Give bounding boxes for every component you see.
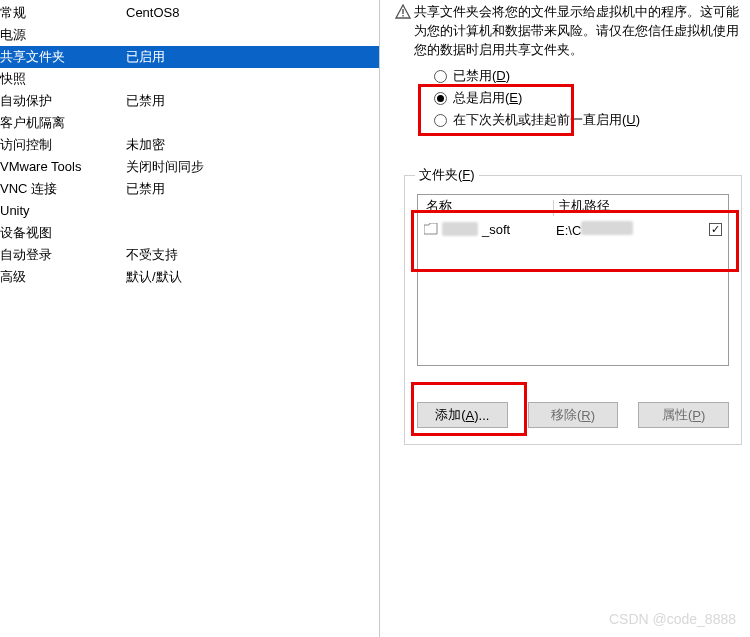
nav-label: 客户机隔离 (0, 112, 126, 134)
nav-value: 已启用 (126, 46, 379, 68)
nav-item-shared-folders[interactable]: 共享文件夹 已启用 (0, 46, 379, 68)
info-row: 共享文件夹会将您的文件显示给虚拟机中的程序。这可能为您的计算机和数据带来风险。请… (394, 0, 750, 59)
watermark: CSDN @code_8888 (609, 611, 736, 627)
folder-buttons: 添加(A)... 移除(R) 属性(P) (417, 402, 729, 428)
folder-name-cell: _soft (418, 222, 552, 237)
nav-label: 自动登录 (0, 244, 126, 266)
svg-rect-0 (402, 9, 403, 14)
remove-button[interactable]: 移除(R) (528, 402, 619, 428)
folder-path-cell: E:\C ✓ (552, 221, 728, 238)
warning-icon (394, 2, 412, 20)
nav-item-access-control[interactable]: 访问控制 未加密 (0, 134, 379, 156)
nav-item-guest-isolation[interactable]: 客户机隔离 (0, 112, 379, 134)
nav-label: 自动保护 (0, 90, 126, 112)
nav-item-auto-login[interactable]: 自动登录 不受支持 (0, 244, 379, 266)
nav-label: 电源 (0, 24, 126, 46)
nav-label: 快照 (0, 68, 126, 90)
nav-value: 已禁用 (126, 178, 379, 200)
enable-mode-radio-group: 已禁用(D) 总是启用(E) 在下次关机或挂起前一直启用(U) (434, 65, 750, 131)
radio-always-enabled[interactable]: 总是启用(E) (434, 87, 750, 109)
nav-item-vnc[interactable]: VNC 连接 已禁用 (0, 178, 379, 200)
nav-label: 常规 (0, 2, 126, 24)
radio-disabled[interactable]: 已禁用(D) (434, 65, 750, 87)
nav-item-autoprotect[interactable]: 自动保护 已禁用 (0, 90, 379, 112)
nav-label: 共享文件夹 (0, 46, 126, 68)
folder-list[interactable]: 名称 主机路径 _soft E:\C ✓ (417, 194, 729, 366)
nav-label: VNC 连接 (0, 178, 126, 200)
nav-item-unity[interactable]: Unity (0, 200, 379, 222)
radio-icon (434, 70, 447, 83)
nav-value: 关闭时间同步 (126, 156, 379, 178)
settings-nav-panel: 常规 CentOS8 电源 共享文件夹 已启用 快照 自动保护 已禁用 客户机隔… (0, 0, 380, 637)
nav-value: 不受支持 (126, 244, 379, 266)
folder-icon (424, 223, 438, 235)
nav-item-device-view[interactable]: 设备视图 (0, 222, 379, 244)
radio-label: 总是启用(E) (453, 89, 522, 107)
nav-item-general[interactable]: 常规 CentOS8 (0, 2, 379, 24)
nav-value: 未加密 (126, 134, 379, 156)
shared-folder-settings-panel: 共享文件夹会将您的文件显示给虚拟机中的程序。这可能为您的计算机和数据带来风险。请… (394, 0, 750, 637)
redacted-text (442, 222, 478, 236)
fieldset-legend: 文件夹(F) (415, 166, 479, 184)
nav-label: VMware Tools (0, 156, 126, 178)
radio-icon (434, 114, 447, 127)
radio-icon (434, 92, 447, 105)
enabled-checkbox[interactable]: ✓ (709, 223, 722, 236)
radio-label: 在下次关机或挂起前一直启用(U) (453, 111, 640, 129)
column-name[interactable]: 名称 (418, 197, 554, 215)
nav-item-power[interactable]: 电源 (0, 24, 379, 46)
nav-value: CentOS8 (126, 2, 379, 24)
column-path[interactable]: 主机路径 (554, 197, 728, 215)
nav-label: 设备视图 (0, 222, 126, 244)
nav-item-advanced[interactable]: 高级 默认/默认 (0, 266, 379, 288)
add-button[interactable]: 添加(A)... (417, 402, 508, 428)
list-header: 名称 主机路径 (418, 195, 728, 218)
properties-button[interactable]: 属性(P) (638, 402, 729, 428)
nav-label: 访问控制 (0, 134, 126, 156)
svg-rect-1 (402, 15, 403, 17)
folder-row[interactable]: _soft E:\C ✓ (418, 218, 728, 240)
nav-label: 高级 (0, 266, 126, 288)
radio-label: 已禁用(D) (453, 67, 510, 85)
info-text: 共享文件夹会将您的文件显示给虚拟机中的程序。这可能为您的计算机和数据带来风险。请… (412, 2, 750, 59)
folders-fieldset: 文件夹(F) 名称 主机路径 _soft E:\C ✓ (404, 175, 742, 445)
radio-until-shutdown[interactable]: 在下次关机或挂起前一直启用(U) (434, 109, 750, 131)
nav-item-vmware-tools[interactable]: VMware Tools 关闭时间同步 (0, 156, 379, 178)
nav-value: 已禁用 (126, 90, 379, 112)
redacted-text (581, 221, 633, 235)
nav-label: Unity (0, 200, 126, 222)
nav-value: 默认/默认 (126, 266, 379, 288)
nav-item-snapshot[interactable]: 快照 (0, 68, 379, 90)
